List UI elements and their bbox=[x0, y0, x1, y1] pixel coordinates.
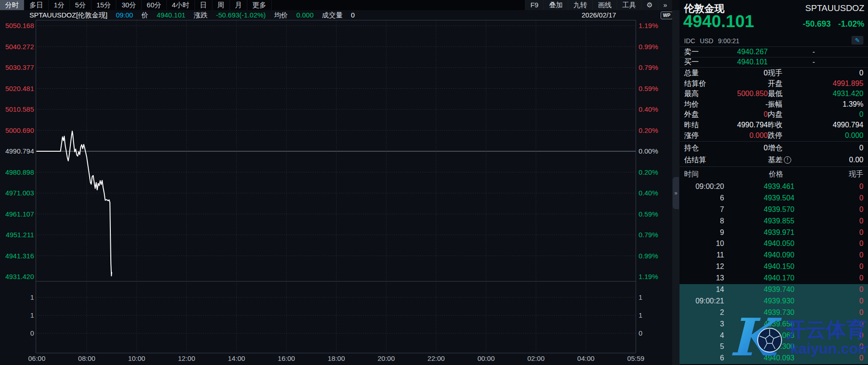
tape-header-time: 时间 bbox=[684, 168, 699, 180]
tape-row[interactable]: 124940.1500 bbox=[680, 261, 868, 273]
period-tab-分时[interactable]: 分时 bbox=[0, 0, 24, 10]
field-value: 0 bbox=[724, 68, 768, 79]
volume-axis-label: 1 bbox=[639, 293, 642, 302]
tape-row[interactable]: 44940.0630 bbox=[680, 330, 868, 342]
tape-row[interactable]: 09:00:204939.4610 bbox=[680, 181, 868, 193]
trade-date: 2026/02/17 bbox=[582, 10, 616, 20]
tape-price: 4939.461 bbox=[730, 181, 794, 193]
tape-row[interactable]: 134940.1700 bbox=[680, 273, 868, 284]
period-toolbar: 分时多日1分5分15分30分60分4小时日周月更多 F9叠加九转画线工具⚙» bbox=[0, 0, 672, 10]
period-tab-月[interactable]: 月 bbox=[230, 0, 247, 10]
tape-row[interactable]: 114940.0900 bbox=[680, 250, 868, 261]
y-axis-percent-label: 0.99% bbox=[639, 252, 658, 260]
currency-code: USD bbox=[700, 37, 714, 45]
last-price: 4940.101 bbox=[683, 12, 754, 31]
toolbar-button-叠加[interactable]: 叠加 bbox=[543, 0, 568, 10]
toolbar-button-画线[interactable]: 画线 bbox=[592, 0, 617, 10]
tick-list[interactable]: 09:00:204939.461064939.504074939.5700849… bbox=[680, 181, 868, 365]
period-tab-多日[interactable]: 多日 bbox=[24, 0, 49, 10]
tape-volume: 0 bbox=[859, 250, 863, 261]
field-label: 结算价 bbox=[684, 79, 724, 89]
symbol-name[interactable]: SPTAUUSDOZ[伦敦金现] bbox=[29, 11, 108, 19]
tape-volume: 0 bbox=[859, 319, 863, 330]
tape-volume: 0 bbox=[859, 204, 863, 216]
tape-volume: 0 bbox=[859, 238, 863, 250]
trading-app: 5050.1685040.2725030.3775020.4815010.585… bbox=[0, 0, 868, 365]
tape-row[interactable]: 24939.7300 bbox=[680, 307, 868, 319]
tape-price: 4939.504 bbox=[730, 193, 794, 204]
y-axis-percent-label: 0.20% bbox=[639, 168, 658, 177]
tape-price: 4939.570 bbox=[730, 204, 794, 216]
tape-row[interactable]: 09:00:214939.9300 bbox=[680, 296, 868, 307]
period-tab-1分[interactable]: 1分 bbox=[49, 0, 70, 10]
field-label: 基差! bbox=[768, 154, 810, 166]
wp-window-icon[interactable]: WP bbox=[661, 11, 673, 19]
field-value: 0 bbox=[810, 142, 863, 154]
avg-label: 均价 bbox=[274, 11, 288, 19]
period-tab-15分[interactable]: 15分 bbox=[91, 0, 117, 10]
x-axis-time-label: 22:00 bbox=[421, 354, 452, 362]
tape-time: 3 bbox=[680, 319, 724, 330]
tape-time: 7 bbox=[680, 204, 724, 216]
collapse-panel-icon[interactable]: » bbox=[673, 177, 679, 209]
y-axis-percent-label: 0.59% bbox=[639, 210, 658, 218]
avg-value: 0.000 bbox=[296, 11, 314, 19]
toolbar-button-工具[interactable]: 工具 bbox=[617, 0, 641, 10]
tape-row[interactable]: 64939.5040 bbox=[680, 193, 868, 204]
tape-time: 9 bbox=[680, 227, 724, 239]
field-label: 现手 bbox=[768, 68, 810, 79]
quote-level-row: 买一4940.101- bbox=[680, 57, 868, 67]
quote-grid-row: 昨结4990.794昨收4990.794 bbox=[680, 120, 868, 131]
tape-price: 4940.063 bbox=[730, 330, 794, 342]
tape-price: 4939.730 bbox=[730, 307, 794, 319]
toolbar-expand-icon[interactable]: » bbox=[658, 0, 672, 10]
change-label: 涨跌 bbox=[194, 11, 208, 19]
panel-divider[interactable]: » bbox=[672, 10, 680, 365]
field-value: 0 bbox=[810, 68, 863, 79]
toolbar-button-九转[interactable]: 九转 bbox=[568, 0, 592, 10]
y-axis-percent-label: 0.20% bbox=[639, 126, 658, 135]
y-axis-percent-label: 0.00% bbox=[639, 147, 658, 155]
x-axis-time-label: 18:00 bbox=[320, 354, 352, 362]
field-label: 外盘 bbox=[684, 109, 724, 120]
tape-row[interactable]: 34939.6580 bbox=[680, 319, 868, 330]
field-value: - bbox=[724, 99, 768, 110]
y-axis-price-label: 5020.481 bbox=[0, 85, 34, 93]
price-label: 价 bbox=[142, 11, 148, 19]
info-icon[interactable]: ! bbox=[784, 156, 791, 164]
tape-time: 09:00:20 bbox=[680, 181, 724, 193]
toolbar-button-F9[interactable]: F9 bbox=[525, 0, 544, 10]
tape-row[interactable]: 54939.3000 bbox=[680, 341, 868, 353]
period-tab-5分[interactable]: 5分 bbox=[70, 0, 91, 10]
period-tab-更多[interactable]: 更多 bbox=[247, 0, 272, 10]
settings-gear-icon[interactable]: ⚙ bbox=[641, 0, 657, 10]
tape-row[interactable]: 64940.0930 bbox=[680, 353, 868, 364]
field-label: 均价 bbox=[684, 99, 724, 110]
period-tab-日[interactable]: 日 bbox=[195, 0, 212, 10]
volume-axis-label: 0 bbox=[639, 329, 642, 337]
period-tab-4小时[interactable]: 4小时 bbox=[167, 0, 195, 10]
tape-row[interactable]: 94939.9710 bbox=[680, 227, 868, 239]
intraday-chart[interactable]: 5050.1685040.2725030.3775020.4815010.585… bbox=[0, 0, 672, 365]
tape-row[interactable]: 144939.7400 bbox=[680, 284, 868, 296]
tape-row[interactable]: 104940.0500 bbox=[680, 238, 868, 250]
tape-time: 4 bbox=[680, 330, 724, 342]
tape-time: 2 bbox=[680, 307, 724, 319]
period-tab-30分[interactable]: 30分 bbox=[116, 0, 142, 10]
edit-pencil-icon[interactable]: ✎ bbox=[851, 36, 863, 45]
tape-volume: 0 bbox=[859, 193, 863, 204]
quote-grid-row: 最高5000.850最低4931.420 bbox=[680, 89, 868, 99]
tape-volume: 0 bbox=[859, 330, 863, 342]
volume-axis-label: 1 bbox=[0, 293, 34, 302]
period-tab-周[interactable]: 周 bbox=[212, 0, 230, 10]
change-absolute: -50.693 bbox=[803, 19, 831, 29]
separator bbox=[680, 141, 868, 142]
x-axis-time-label: 12:00 bbox=[171, 354, 202, 362]
tape-row[interactable]: 74939.5700 bbox=[680, 204, 868, 216]
quote-grid-row: 估结算基差!0.00 bbox=[680, 154, 868, 166]
tape-row[interactable]: 84939.8550 bbox=[680, 216, 868, 227]
tape-time: 8 bbox=[680, 216, 724, 227]
y-axis-price-label: 4961.107 bbox=[0, 210, 34, 218]
y-axis-price-label: 4990.794 bbox=[0, 147, 34, 155]
period-tab-60分[interactable]: 60分 bbox=[142, 0, 167, 10]
